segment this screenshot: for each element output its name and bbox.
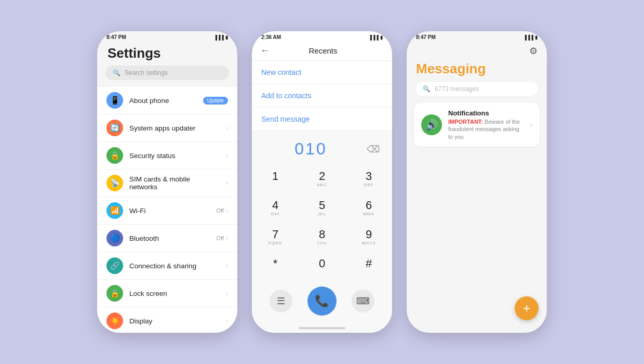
dialer-actions: ☰ 📞 ⌨: [252, 281, 392, 324]
settings-item-lockscreen[interactable]: 🔒 Lock screen ›: [97, 280, 237, 307]
signal-icon: ▐▐▐: [214, 35, 224, 40]
compose-button[interactable]: +: [515, 296, 539, 320]
notification-body: IMPORTANT: Beware of the fraudulent mess…: [448, 118, 524, 140]
notification-chevron: ›: [530, 121, 532, 129]
key-star[interactable]: *: [259, 252, 292, 280]
chevron-icon: ›: [226, 235, 228, 242]
notification-title: Notifications: [448, 109, 524, 117]
key-8[interactable]: 8 TUV: [305, 223, 339, 251]
call-button[interactable]: 📞: [307, 287, 337, 316]
status-icons-1: ▐▐▐ ▮: [214, 35, 228, 40]
back-button[interactable]: ←: [260, 45, 270, 56]
send-message-item[interactable]: Send message: [252, 108, 392, 131]
display-label: Display: [129, 317, 220, 325]
sim-label: SIM cards & mobile networks: [129, 175, 220, 191]
about-phone-icon: 📱: [106, 92, 123, 109]
sim-icon: 📡: [106, 175, 123, 191]
chevron-icon: ›: [226, 179, 228, 187]
key-7[interactable]: 7 PQRS: [259, 223, 292, 251]
notification-important: IMPORTANT:: [448, 119, 483, 125]
menu-button[interactable]: ☰: [270, 290, 292, 313]
signal-icon-2: ▐▐▐: [369, 35, 379, 40]
settings-list: 📱 About phone Update 🔄 System apps updat…: [97, 85, 237, 333]
signal-icon-3: ▐▐▐: [524, 35, 533, 40]
notification-content: Notifications IMPORTANT: Beware of the f…: [448, 109, 524, 140]
settings-item-connection[interactable]: 🔗 Connection & sharing ›: [97, 252, 237, 280]
keypad-button[interactable]: ⌨: [352, 290, 374, 313]
new-contact-label: New contact: [261, 68, 301, 76]
display-icon: ☀️: [106, 313, 123, 329]
bluetooth-off-label: Off: [217, 235, 224, 241]
messaging-search-placeholder: 6773 messages: [435, 85, 479, 93]
battery-icon-3: ▮: [535, 35, 538, 40]
key-5[interactable]: 5 JKL: [305, 194, 339, 222]
chevron-icon: ›: [226, 124, 228, 132]
search-icon: 🔍: [113, 69, 120, 76]
status-icons-3: ▐▐▐ ▮: [524, 35, 538, 40]
gear-icon[interactable]: ⚙: [529, 45, 538, 57]
messaging-search[interactable]: 🔍 6773 messages: [415, 81, 539, 97]
settings-title: Settings: [97, 41, 237, 66]
home-indicator: [299, 327, 345, 329]
connection-icon: 🔗: [106, 257, 123, 274]
notification-card[interactable]: 🔊 Notifications IMPORTANT: Beware of the…: [414, 103, 540, 147]
key-4[interactable]: 4 GHI: [259, 194, 292, 222]
bluetooth-right: Off ›: [217, 235, 228, 242]
keypad: 1 2 ABC 3 DEF 4 GHI: [252, 163, 392, 281]
settings-item-system-apps[interactable]: 🔄 System apps updater ›: [97, 114, 237, 142]
settings-item-bluetooth[interactable]: 🔵 Bluetooth Off ›: [97, 225, 237, 252]
key-9[interactable]: 9 WXYZ: [352, 223, 385, 251]
dialer-screen: 2:36 AM ▐▐▐ ▮ ← Recents New contact Add …: [252, 31, 392, 333]
chevron-icon: ›: [226, 152, 228, 159]
phone-settings: 8:47 PM ▐▐▐ ▮ Settings 🔍 Search settings…: [97, 31, 237, 333]
key-3[interactable]: 3 DEF: [352, 165, 385, 193]
wifi-label: Wi-Fi: [129, 207, 210, 215]
settings-item-sim[interactable]: 📡 SIM cards & mobile networks ›: [97, 170, 237, 197]
search-icon-msg: 🔍: [423, 85, 431, 93]
notification-icon: 🔊: [421, 114, 442, 135]
battery-icon: ▮: [225, 35, 228, 40]
chevron-icon: ›: [226, 207, 228, 214]
chevron-icon: ›: [226, 262, 228, 269]
connection-label: Connection & sharing: [129, 262, 220, 270]
bluetooth-label: Bluetooth: [129, 235, 210, 242]
recents-title: Recents: [275, 46, 371, 55]
key-2[interactable]: 2 ABC: [305, 165, 339, 193]
add-contacts-label: Add to contacts: [261, 92, 312, 100]
settings-item-security[interactable]: 🔒 Security status ›: [97, 142, 237, 170]
wifi-right: Off ›: [217, 207, 228, 214]
status-bar-2: 2:36 AM ▐▐▐ ▮: [252, 31, 392, 41]
chevron-icon: ›: [226, 290, 228, 297]
settings-item-display[interactable]: ☀️ Display ›: [97, 307, 237, 333]
backspace-button[interactable]: ⌫: [365, 141, 382, 157]
phone-messaging: 8:47 PM ▐▐▐ ▮ ⚙ Messaging 🔍 6773 message…: [407, 31, 547, 333]
system-apps-icon: 🔄: [106, 120, 123, 136]
search-bar[interactable]: 🔍 Search settings: [105, 66, 229, 80]
system-apps-label: System apps updater: [129, 124, 220, 132]
lockscreen-icon: 🔒: [106, 285, 123, 302]
new-contact-item[interactable]: New contact: [252, 61, 392, 84]
update-badge: Update: [203, 97, 228, 105]
settings-item-wifi[interactable]: 📶 Wi-Fi Off ›: [97, 197, 237, 225]
key-6[interactable]: 6 MNO: [352, 194, 385, 222]
keypad-row-3: 7 PQRS 8 TUV 9 WXYZ: [252, 223, 392, 251]
status-icons-2: ▐▐▐ ▮: [369, 35, 383, 40]
key-0[interactable]: 0: [305, 252, 339, 280]
messaging-screen: 8:47 PM ▐▐▐ ▮ ⚙ Messaging 🔍 6773 message…: [407, 31, 547, 333]
keypad-row-1: 1 2 ABC 3 DEF: [252, 165, 392, 193]
add-to-contacts-item[interactable]: Add to contacts: [252, 84, 392, 108]
time-1: 8:47 PM: [106, 34, 126, 40]
bluetooth-icon: 🔵: [106, 230, 123, 246]
keypad-row-2: 4 GHI 5 JKL 6 MNO: [252, 194, 392, 222]
settings-item-about-phone[interactable]: 📱 About phone Update: [97, 86, 237, 114]
send-message-label: Send message: [261, 115, 310, 123]
security-label: Security status: [129, 152, 220, 160]
key-1[interactable]: 1: [259, 165, 292, 193]
dialer-area: 010 ⌫ 1 2 ABC 3 DEF: [252, 131, 392, 333]
dialer-display: 010 ⌫: [252, 131, 392, 163]
key-hash[interactable]: #: [352, 252, 385, 280]
chevron-icon: ›: [226, 317, 228, 324]
security-icon: 🔒: [106, 147, 123, 164]
status-bar-1: 8:47 PM ▐▐▐ ▮: [97, 31, 237, 41]
time-3: 8:47 PM: [416, 34, 436, 40]
